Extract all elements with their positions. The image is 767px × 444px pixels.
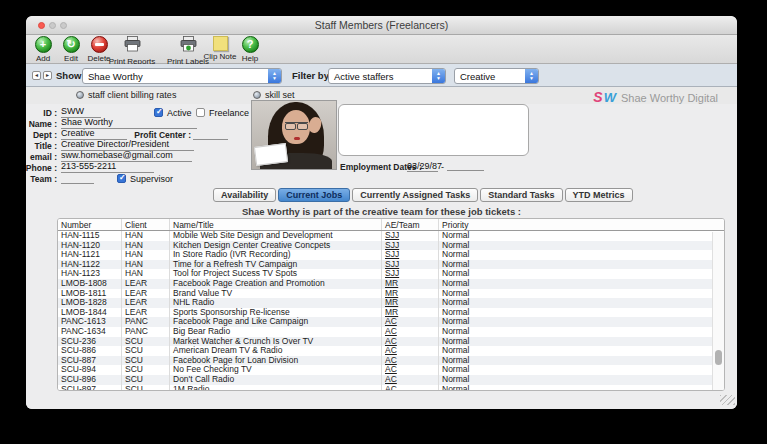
team-field[interactable] [61,172,94,184]
table-cell: SJJ [382,231,439,241]
table-cell: LMOB-1808 [58,279,122,289]
table-cell: PANC [122,327,170,337]
phone-label: Phone : [26,163,57,173]
table-cell: SCU-887 [58,356,122,366]
table-cell: Brand Value TV [170,289,382,299]
ae-team-link[interactable]: SJJ [385,269,399,278]
table-cell: SJJ [382,269,439,279]
table-row[interactable]: SCU-897SCU1M RadioACNormal [58,385,724,392]
table-cell: Facebook Page and Like Campaign [170,317,382,327]
tab-availability[interactable]: Availability [213,188,276,202]
employment-start-field[interactable]: 03/29/87 [407,161,438,172]
table-row[interactable]: LMOB-1828LEARNHL RadioMRNormal [58,298,724,308]
active-checkbox[interactable] [154,108,163,117]
table-cell: Normal [439,317,724,327]
ae-team-link[interactable]: AC [385,337,397,346]
column-header-client[interactable]: Client [122,219,170,230]
table-row[interactable]: SCU-887SCUFacebook Page for Loan Divisio… [58,356,724,366]
help-button[interactable]: ? Help [232,36,268,63]
filter-bar: ◂ ▸ Show : Shae Worthy ▲▼ Filter by : Ac… [26,64,737,87]
table-row[interactable]: PANC-1613PANCFacebook Page and Like Camp… [58,317,724,327]
ae-team-link[interactable]: MR [385,308,398,317]
table-cell: HAN [122,241,170,251]
dropdown-stepper-icon: ▲▼ [525,69,538,83]
ae-team-link[interactable]: SJJ [385,260,399,269]
column-header-priority[interactable]: Priority [439,219,724,230]
table-cell: HAN-1122 [58,260,122,270]
tab-current-jobs[interactable]: Current Jobs [278,188,350,202]
next-record-button[interactable]: ▸ [43,71,52,80]
print-reports-button[interactable]: Print Reports [104,36,160,66]
table-cell: Normal [439,250,724,260]
tab-bar: Availability Current Jobs Currently Assi… [213,188,633,202]
table-row[interactable]: HAN-1115HANMobile Web Site Design and De… [58,231,724,241]
ae-team-link[interactable]: AC [385,317,397,326]
dept-filter-dropdown[interactable]: Creative ▲▼ [454,68,539,84]
sticky-note-icon [213,36,228,51]
table-cell: LEAR [122,289,170,299]
ae-team-link[interactable]: AC [385,385,397,392]
title-label: Title : [34,141,57,151]
ae-team-link[interactable]: SJJ [385,241,399,250]
skill-set-link[interactable]: skill set [253,90,295,100]
table-cell: SCU-896 [58,375,122,385]
table-row[interactable]: HAN-1120HANKitchen Design Center Creativ… [58,241,724,251]
resize-grip-icon[interactable] [720,395,735,405]
ae-team-link[interactable]: AC [385,365,397,374]
table-cell: MR [382,279,439,289]
table-cell: 1M Radio [170,385,382,392]
profit-center-field[interactable] [193,128,228,140]
table-cell: AC [382,337,439,347]
freelance-checkbox[interactable] [196,108,205,117]
tab-currently-assigned-tasks[interactable]: Currently Assigned Tasks [352,188,478,202]
column-header-ae-team[interactable]: AE/Team [382,219,439,230]
table-cell: MR [382,298,439,308]
ae-team-link[interactable]: MR [385,279,398,288]
table-row[interactable]: SCU-236SCUMarket Watcher & Crunch Is Ove… [58,337,724,347]
staff-filter-dropdown[interactable]: Active staffers ▲▼ [328,68,446,84]
ae-team-link[interactable]: AC [385,356,397,365]
table-row[interactable]: HAN-1123HANTool for Project Sucess TV Sp… [58,269,724,279]
minimize-button[interactable] [49,22,56,29]
tab-standard-tasks[interactable]: Standard Tasks [480,188,562,202]
employment-end-field[interactable] [447,161,484,171]
table-row[interactable]: LMOB-1844LEARSports Sponsorship Re-licen… [58,308,724,318]
ae-team-link[interactable]: AC [385,327,397,336]
table-cell: AC [382,375,439,385]
ae-team-link[interactable]: SJJ [385,250,399,259]
table-cell: SCU [122,346,170,356]
tab-ytd-metrics[interactable]: YTD Metrics [565,188,633,202]
globe-icon [76,91,84,99]
scrollbar-thumb[interactable] [715,350,722,365]
table-row[interactable]: HAN-1122HANTime for a Refresh TV Campaig… [58,260,724,270]
table-row[interactable]: HAN-1121HANIn Store Radio (IVR Recording… [58,250,724,260]
column-header-number[interactable]: Number [58,219,122,230]
prev-record-button[interactable]: ◂ [32,71,41,80]
table-row[interactable]: SCU-896SCUDon't Call RadioACNormal [58,375,724,385]
ae-team-link[interactable]: SJJ [385,231,399,240]
show-dropdown[interactable]: Shae Worthy ▲▼ [82,68,282,84]
ae-team-link[interactable]: MR [385,298,398,307]
zoom-button[interactable] [60,22,67,29]
table-cell: Kitchen Design Center Creative Concpets [170,241,382,251]
column-header-name-title[interactable]: Name/Title [170,219,382,230]
close-button[interactable] [38,22,45,29]
vertical-scrollbar[interactable] [712,232,724,390]
table-cell: SCU [122,337,170,347]
table-cell: LEAR [122,279,170,289]
ae-team-link[interactable]: MR [385,289,398,298]
logo-letter-s: S [593,89,602,105]
table-cell: In Store Radio (IVR Recording) [170,250,382,260]
ae-team-link[interactable]: AC [385,346,397,355]
table-row[interactable]: LMOB-1811LEARBrand Value TVMRNormal [58,289,724,299]
billing-rates-link[interactable]: staff client billing rates [76,90,176,100]
notes-field[interactable] [338,104,529,156]
table-row[interactable]: PANC-1634PANCBig Bear RadioACNormal [58,327,724,337]
supervisor-checkbox[interactable] [117,174,126,183]
table-cell: Normal [439,385,724,392]
table-cell: Normal [439,241,724,251]
table-row[interactable]: SCU-886SCUAmerican Dream TV & RadioACNor… [58,346,724,356]
table-row[interactable]: SCU-894SCUNo Fee Checking TVACNormal [58,365,724,375]
ae-team-link[interactable]: AC [385,375,397,384]
table-row[interactable]: LMOB-1808LEARFacebook Page Creation and … [58,279,724,289]
